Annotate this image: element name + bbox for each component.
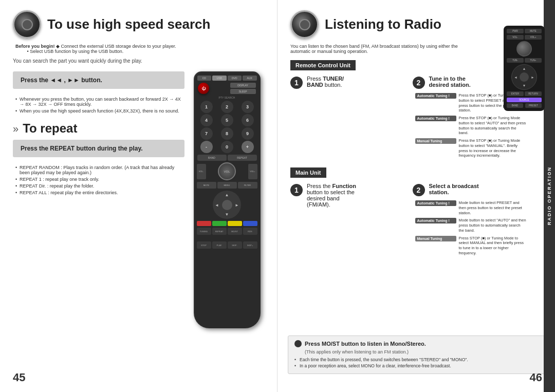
remote-mute-btn: MUTE <box>197 182 216 189</box>
remote-bottom-btn-1: TUNING <box>197 228 211 235</box>
main-auto-text-2: Mode button to select "AUTO" and then pr… <box>459 218 527 233</box>
main-step2-row: 2 Select a broadcast station. <box>413 183 527 196</box>
remote-btn-dvd: DVD <box>228 76 242 81</box>
main-unit-section: Main Unit 1 Press the Function button to… <box>290 167 527 260</box>
remote-bottom-btns: TUNING REPEAT MO/ST RDS <box>197 228 257 235</box>
remote-bottom-btn-2: REPEAT <box>212 228 227 235</box>
remote-extra-2: PLAY <box>212 241 227 249</box>
remote-bottom-btn-3: MO/ST <box>228 228 242 235</box>
remote-btn-aux: AUX <box>243 76 257 81</box>
left-title: To use high speed search <box>47 17 210 32</box>
repeat-bullet-3: REPEAT Dir. : repeat play the folder. <box>15 183 184 189</box>
remote-vol-plus: VOL+ <box>248 164 257 179</box>
remote-numpad: 1 2 3 4 5 6 7 8 9 - 0 + <box>197 101 257 153</box>
page-number-left: 45 <box>13 371 25 384</box>
tune-in-label: Tune in to the <box>429 76 466 82</box>
footer-title-row: Press MO/ST button to listen in Mono/Ste… <box>294 340 538 347</box>
right-remote-tuning-row: TUN- TUN+ <box>506 58 542 63</box>
auto-tuning-text-2: Press the STOP (■) or Tuning Mode button… <box>459 116 527 136</box>
remote-extra-3: SKIP- <box>228 241 242 249</box>
right-title: Listening to Radio <box>325 17 441 32</box>
main-step1-content: Press the Function button to select the … <box>307 183 356 208</box>
before-begin-item-1: Connect the external USB storage device … <box>61 44 176 49</box>
main-tuning-auto1: Automatic Tuning ! Mode button to select… <box>415 200 527 215</box>
repeat-icon: » <box>13 123 18 135</box>
remote-extra-btns: STOP PLAY SKIP- SKIP+ <box>197 241 257 249</box>
remote-btn-usb: USB <box>212 76 227 81</box>
right-remote-band: BAND <box>507 103 523 108</box>
remote-btn-6: 6 <box>242 114 254 126</box>
right-nav-right-icon: ► <box>531 76 534 79</box>
repeat-button-text: Press the REPEAT button during the play. <box>21 145 177 152</box>
remote-pty-label: PTY SEARCH <box>197 96 257 99</box>
remote-extra-1: STOP <box>197 241 211 249</box>
remote-filter-btn: FILTER <box>238 182 257 189</box>
remote-step1-number: 1 <box>290 77 303 89</box>
right-remote-knob <box>516 41 532 57</box>
main-step1: 1 Press the Function button to select th… <box>290 183 405 260</box>
station-label: station. <box>429 189 449 195</box>
right-section-header: Listening to Radio <box>290 10 527 39</box>
right-remote-mute: MUTE <box>525 29 542 33</box>
right-remote-power: PWR <box>507 29 524 33</box>
repeat-bullet-1: REPEAT RANDOM : Plays tracks in random o… <box>15 165 184 175</box>
right-remote-decorative: PWR MUTE VOL- VOL+ TUN- TUN+ ▲ ▼ ◄ ► <box>504 26 550 111</box>
remote-tuning-auto2: Automatic Tuning ! Press the STOP (■) or… <box>415 116 527 136</box>
main-step2-content: Select a broadcast station. <box>429 183 479 195</box>
select-broadcast-label: Select a broadcast <box>429 183 479 189</box>
right-remote-enter: ENTER <box>507 91 524 96</box>
remote-power-row: ⏻ DISPLAY SLEEP <box>197 83 257 94</box>
repeat-bullet-4: REPEAT ALL : repeat play the entire dire… <box>15 190 184 195</box>
right-remote-tuning-down: TUN- <box>507 58 524 63</box>
remote-tuning-manual: Manual Tuning Press the STOP (■) or Tuni… <box>415 138 527 158</box>
right-remote-top-row: PWR MUTE <box>506 29 542 33</box>
right-remote-tuning-up: TUN+ <box>525 58 542 63</box>
speaker-icon-right <box>290 10 319 39</box>
main-manual-text: Press STOP (■) or Tuning Mode to select … <box>459 236 527 256</box>
press-button-box: Press the ◄◄ , ►► button. <box>13 71 184 89</box>
right-remote-preset: PRESET <box>525 103 542 108</box>
remote-step2-number: 2 <box>413 77 425 89</box>
remote-power-btn: ⏻ <box>198 83 209 94</box>
remote-nav-circle: ▲ ▼ ◄ ► <box>213 191 241 219</box>
footer-circle-icon <box>294 340 302 347</box>
before-begin-box: Before you begin! ◆ Connect the external… <box>15 44 264 54</box>
right-nav-left-icon: ◄ <box>514 76 517 79</box>
main-tuning-manual: Manual Tuning Press STOP (■) or Tuning M… <box>415 236 527 256</box>
remote-btn-7: 7 <box>200 127 213 140</box>
remote-menu-btn: MENU <box>217 182 237 189</box>
main-step2-number: 2 <box>413 184 425 196</box>
remote-btn-plus: + <box>242 141 254 153</box>
remote-btn-green <box>212 221 227 226</box>
main-steps: 1 Press the Function button to select th… <box>290 183 527 260</box>
press-button-text: Press the ◄◄ , ►► button. <box>21 77 177 84</box>
remote-nav-center-btn <box>222 200 232 210</box>
footer-box: Press MO/ST button to listen in Mono/Ste… <box>288 335 545 374</box>
remote-step1-content: Press TUNER/ BAND button. <box>307 76 344 88</box>
right-intro: You can listen to the chosen band (FM, A… <box>290 44 470 54</box>
remote-nav-left: ◄ <box>215 202 219 207</box>
repeat-bullets: REPEAT RANDOM : Plays tracks in random o… <box>13 165 184 195</box>
remote-extra-4: SKIP+ <box>243 241 257 249</box>
search-bullet-1: Whenever you press the button, you can s… <box>15 97 184 107</box>
remote-btn-9: 9 <box>242 127 254 140</box>
search-intro: You can search the part you want quickly… <box>13 58 264 64</box>
main-auto-text-1: Mode button to select PRESET and then pr… <box>459 200 527 215</box>
remote-btn-red <box>197 221 211 226</box>
remote-btn-4: 4 <box>200 114 213 126</box>
repeat-button-box: Press the REPEAT button during the play. <box>13 140 184 157</box>
manual-tuning-text: Press the STOP (■) or Tuning Mode button… <box>459 138 527 158</box>
remote-vol-row: VOL- VOL VOL+ <box>197 162 257 180</box>
remote-btn-cd: CD <box>197 76 212 81</box>
main-manual-label: Manual Tuning <box>415 236 456 241</box>
remote-band-btn: BAND <box>197 155 227 161</box>
main-unit-label: Main Unit <box>290 167 326 178</box>
tuner-label: TUNER/ <box>323 76 344 82</box>
auto-tuning-label-1: Automatic Tuning ! <box>415 93 456 99</box>
right-nav-center <box>520 72 529 82</box>
remote-bottom-btn-4: RDS <box>243 228 257 235</box>
manual-tuning-label: Manual Tuning <box>415 138 456 144</box>
footer-title: Press MO/ST button to listen in Mono/Ste… <box>305 341 426 347</box>
right-remote-band-row: BAND PRESET <box>506 103 542 108</box>
right-remote-strip-body: PWR MUTE VOL- VOL+ TUN- TUN+ ▲ ▼ ◄ ► <box>504 26 545 111</box>
